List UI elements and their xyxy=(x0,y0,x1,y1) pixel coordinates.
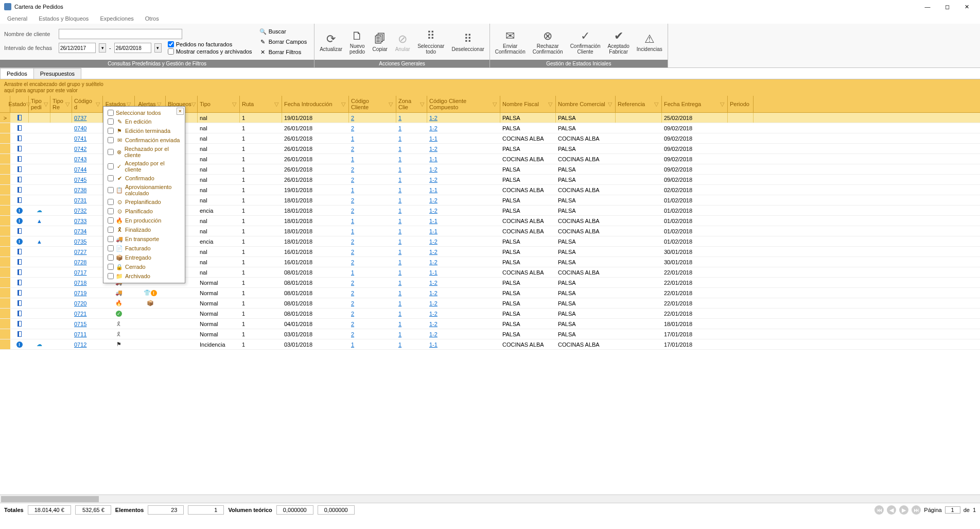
cell-codigo[interactable]: 0735 xyxy=(72,236,103,246)
cell-codigo[interactable]: 0719 xyxy=(72,288,103,298)
chk-no-facturados[interactable] xyxy=(168,41,174,47)
cell-zona[interactable]: 1 xyxy=(396,236,427,246)
cell-zona[interactable]: 1 xyxy=(396,247,427,257)
filter-icon[interactable]: ▽ xyxy=(95,101,100,107)
row-handle[interactable] xyxy=(0,267,10,277)
confirmacion-button[interactable]: ✓Confirmación Cliente xyxy=(567,28,604,56)
filter-option[interactable]: ✎En edición xyxy=(106,117,183,126)
cell-cod-compuesto[interactable]: 1-1 xyxy=(427,339,500,349)
cell-zona[interactable]: 1 xyxy=(396,226,427,236)
deseleccionar-button[interactable]: ⠿Deseleccionar xyxy=(448,31,487,53)
borrar-campos-button[interactable]: ✎Borrar Campos xyxy=(257,37,309,46)
cell-cod-compuesto[interactable]: 1-2 xyxy=(427,195,500,205)
nombre-input[interactable] xyxy=(59,29,182,39)
menu-estados[interactable]: Estados y Bloqueos xyxy=(33,14,94,23)
cell-cod-compuesto[interactable]: 1-2 xyxy=(427,288,500,298)
col-tipo[interactable]: Tipo▽ xyxy=(198,96,240,112)
filter-icon[interactable]: ▽ xyxy=(340,101,346,107)
cell-cod-compuesto[interactable]: 1-2 xyxy=(427,236,500,246)
tab-pedidos[interactable]: Pedidos xyxy=(0,68,34,79)
buscar-button[interactable]: 🔍Buscar xyxy=(257,27,309,36)
filter-close-button[interactable]: ✕ xyxy=(177,108,184,115)
col-fecha-intro[interactable]: Fecha Introducción▽ xyxy=(282,96,349,112)
cell-zona[interactable]: 1 xyxy=(396,123,427,133)
cell-cod-cliente[interactable]: 2 xyxy=(349,175,396,184)
filter-option[interactable]: 📦Entregado xyxy=(106,253,183,262)
cell-zona[interactable]: 1 xyxy=(396,164,427,174)
actualizar-button[interactable]: ⟳Actualizar xyxy=(317,31,345,53)
filter-icon[interactable]: ▽ xyxy=(492,101,498,107)
cell-cod-compuesto[interactable]: 1-2 xyxy=(427,113,500,123)
cell-cod-cliente[interactable]: 2 xyxy=(349,144,396,153)
cell-cod-cliente[interactable]: 1 xyxy=(349,185,396,195)
cell-codigo[interactable]: 0743 xyxy=(72,154,103,164)
cell-zona[interactable]: 1 xyxy=(396,298,427,308)
row-handle[interactable] xyxy=(0,195,10,205)
row-handle[interactable]: > xyxy=(0,113,10,123)
close-button[interactable]: ✕ xyxy=(961,2,972,12)
cell-cod-compuesto[interactable]: 1-2 xyxy=(427,206,500,215)
cell-codigo[interactable]: 0720 xyxy=(72,298,103,308)
row-handle[interactable] xyxy=(0,278,10,287)
cell-cod-compuesto[interactable]: 1-2 xyxy=(427,123,500,133)
cell-codigo[interactable]: 0741 xyxy=(72,133,103,143)
cell-cod-cliente[interactable]: 2 xyxy=(349,329,396,339)
table-row[interactable]: 0720🔥📦Normal108/01/2018211-2PALSAPALSA22… xyxy=(0,298,980,309)
cell-zona[interactable]: 1 xyxy=(396,185,427,195)
cell-codigo[interactable]: 0721 xyxy=(72,309,103,318)
col-zona[interactable]: Zona Clie▽ xyxy=(396,96,427,112)
col-estado[interactable]: Estado▽ xyxy=(10,96,29,112)
filter-option[interactable]: 📋Aprovisionamiento calculado xyxy=(106,183,183,197)
filter-icon[interactable]: ▽ xyxy=(547,101,553,107)
cell-codigo[interactable]: 0711 xyxy=(72,329,103,339)
col-referencia[interactable]: Referencia▽ xyxy=(616,96,662,112)
row-handle[interactable] xyxy=(0,123,10,133)
cell-zona[interactable]: 1 xyxy=(396,144,427,153)
table-row[interactable]: 0711🎗Normal103/01/2018211-2PALSAPALSA17/… xyxy=(0,329,980,339)
filter-option[interactable]: ⚑Edición terminada xyxy=(106,126,183,135)
row-handle[interactable] xyxy=(0,319,10,329)
cell-cod-cliente[interactable]: 1 xyxy=(349,339,396,349)
cell-cod-compuesto[interactable]: 1-2 xyxy=(427,278,500,287)
filter-icon[interactable]: ▽ xyxy=(44,101,48,107)
copiar-button[interactable]: 🗐Copiar xyxy=(369,31,391,53)
filter-option[interactable]: 🎗Finalizado xyxy=(106,225,183,234)
cell-cod-compuesto[interactable]: 1-1 xyxy=(427,133,500,143)
row-handle[interactable] xyxy=(0,329,10,339)
cell-codigo[interactable]: 0728 xyxy=(72,257,103,267)
cell-cod-compuesto[interactable]: 1-2 xyxy=(427,309,500,318)
cell-cod-cliente[interactable]: 1 xyxy=(349,154,396,164)
cell-cod-cliente[interactable]: 2 xyxy=(349,236,396,246)
maximize-button[interactable]: ◻ xyxy=(942,2,952,12)
cell-cod-cliente[interactable]: 2 xyxy=(349,298,396,308)
cell-cod-compuesto[interactable]: 1-2 xyxy=(427,329,500,339)
cell-cod-cliente[interactable]: 1 xyxy=(349,216,396,226)
cell-codigo[interactable]: 0718 xyxy=(72,278,103,287)
cell-cod-cliente[interactable]: 2 xyxy=(349,309,396,318)
table-row[interactable]: !☁0712⚑Incidencia103/01/2018111-1COCINAS… xyxy=(0,339,980,350)
filter-icon[interactable]: ▽ xyxy=(607,101,613,107)
row-handle[interactable] xyxy=(0,133,10,143)
cell-zona[interactable]: 1 xyxy=(396,257,427,267)
cell-cod-compuesto[interactable]: 1-2 xyxy=(427,144,500,153)
seleccionar-todo-button[interactable]: ⠿Seleccionar todo xyxy=(414,28,447,56)
cell-cod-cliente[interactable]: 2 xyxy=(349,195,396,205)
cell-cod-compuesto[interactable]: 1-1 xyxy=(427,216,500,226)
cell-zona[interactable]: 1 xyxy=(396,154,427,164)
menu-general[interactable]: General xyxy=(2,14,32,23)
cell-codigo[interactable]: 0745 xyxy=(72,175,103,184)
cell-cod-cliente[interactable]: 1 xyxy=(349,267,396,277)
cell-cod-cliente[interactable]: 2 xyxy=(349,113,396,123)
cell-zona[interactable]: 1 xyxy=(396,339,427,349)
cell-zona[interactable]: 1 xyxy=(396,133,427,143)
cell-codigo[interactable]: 0733 xyxy=(72,216,103,226)
group-hint[interactable]: Arrastre el encabezado del grupo y suélt… xyxy=(0,79,980,96)
filter-option[interactable]: 🚚En transporte xyxy=(106,234,183,244)
col-nombre-fiscal[interactable]: Nombre Fiscal▽ xyxy=(500,96,556,112)
filter-icon[interactable]: ▽ xyxy=(273,101,279,107)
cell-zona[interactable]: 1 xyxy=(396,195,427,205)
cell-zona[interactable]: 1 xyxy=(396,309,427,318)
filter-icon[interactable]: ▽ xyxy=(231,101,237,107)
filter-option[interactable]: 📄Facturado xyxy=(106,244,183,253)
row-handle[interactable] xyxy=(0,257,10,267)
